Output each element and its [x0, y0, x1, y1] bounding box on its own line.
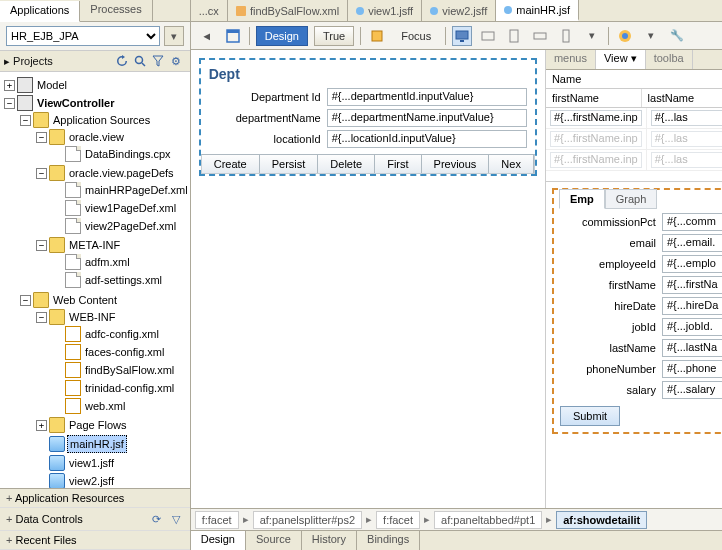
- tree-node-wi2[interactable]: faces-config.xml: [83, 344, 166, 360]
- collapse-toggle[interactable]: −: [20, 115, 31, 126]
- tree-node-adfm[interactable]: adfm.xml: [83, 254, 132, 270]
- tree-node-model[interactable]: Model: [35, 77, 69, 93]
- tree-node-wi1[interactable]: adfc-config.xml: [83, 326, 161, 342]
- tree-node-pd3[interactable]: view2PageDef.xml: [83, 218, 178, 234]
- focus-prefix-icon[interactable]: [367, 26, 387, 46]
- tree-node-ov[interactable]: oracle.view: [67, 129, 126, 145]
- breadcrumb-item[interactable]: af:showdetailit: [556, 511, 647, 529]
- emp-lastName-input[interactable]: #{...lastNa: [662, 339, 722, 357]
- tab-applications[interactable]: Applications: [0, 1, 80, 22]
- editor-tab-view2[interactable]: view2.jsff: [422, 0, 496, 21]
- collapse-toggle[interactable]: −: [36, 240, 47, 251]
- app-menu-button[interactable]: ▾: [164, 26, 184, 46]
- tree-node-webinf[interactable]: WEB-INF: [67, 309, 117, 325]
- device-dropdown-icon[interactable]: ▾: [582, 26, 602, 46]
- show-icon[interactable]: [223, 26, 243, 46]
- collapse-toggle[interactable]: −: [36, 312, 47, 323]
- browser-dropdown-icon[interactable]: ▾: [641, 26, 661, 46]
- tree-node-view2[interactable]: view2.jsff: [67, 473, 116, 488]
- collapse-toggle[interactable]: −: [4, 98, 15, 109]
- table-row[interactable]: #{...firstName.inp #{...las: [546, 150, 722, 171]
- breadcrumb-item[interactable]: f:facet: [195, 511, 239, 529]
- location-id-input[interactable]: #{...locationId.inputValue}: [327, 130, 527, 148]
- device-phone-portrait-icon[interactable]: [556, 26, 576, 46]
- accordion-app-resources[interactable]: Application Resources: [0, 489, 190, 508]
- expand-toggle[interactable]: +: [36, 420, 47, 431]
- persist-button[interactable]: Persist: [260, 155, 319, 173]
- editor-tab-findbysalflow[interactable]: findBySalFlow.xml: [228, 0, 348, 21]
- palette-tab-toolbar[interactable]: toolba: [646, 50, 693, 69]
- application-selector[interactable]: HR_EJB_JPA: [6, 26, 160, 46]
- editor-tab-view1[interactable]: view1.jsff: [348, 0, 422, 21]
- palette-tab-menus[interactable]: menus: [546, 50, 596, 69]
- emp-commissionPct-input[interactable]: #{...comm: [662, 213, 722, 231]
- mode-tab-history[interactable]: History: [302, 531, 357, 550]
- refresh-icon[interactable]: ⟳: [149, 511, 165, 527]
- focus-button[interactable]: Focus: [393, 26, 439, 46]
- mode-tab-bindings[interactable]: Bindings: [357, 531, 420, 550]
- tree-node-wi5[interactable]: web.xml: [83, 398, 127, 414]
- tree-node-wi3[interactable]: findBySalFlow.xml: [83, 362, 176, 378]
- breadcrumb-item[interactable]: af:panelsplitter#ps2: [253, 511, 362, 529]
- emp-tab-graph[interactable]: Graph: [605, 189, 658, 209]
- collapse-toggle[interactable]: −: [20, 295, 31, 306]
- editor-tab-cx[interactable]: ...cx: [191, 0, 228, 21]
- refresh-icon[interactable]: [114, 53, 130, 69]
- emp-hireDate-input[interactable]: #{...hireDa: [662, 297, 722, 315]
- emp-phoneNumber-input[interactable]: #{...phone: [662, 360, 722, 378]
- tree-node-mainhr[interactable]: mainHR.jsf: [67, 435, 127, 453]
- tree-node-ovpd[interactable]: oracle.view.pageDefs: [67, 165, 176, 181]
- mode-tab-design[interactable]: Design: [191, 531, 246, 550]
- next-button[interactable]: Nex: [489, 155, 534, 173]
- device-desktop-icon[interactable]: [452, 26, 472, 46]
- device-tablet-landscape-icon[interactable]: [478, 26, 498, 46]
- tree-node-pd1[interactable]: mainHRPageDef.xml: [83, 182, 190, 198]
- tree-node-pf[interactable]: Page Flows: [67, 417, 128, 433]
- emp-jobId-input[interactable]: #{...jobId.: [662, 318, 722, 336]
- collapse-toggle[interactable]: −: [36, 132, 47, 143]
- search-icon[interactable]: [132, 53, 148, 69]
- emp-salary-input[interactable]: #{...salary: [662, 381, 722, 399]
- column-header-firstname[interactable]: firstName: [546, 89, 642, 107]
- editor-tab-mainhr[interactable]: mainHR.jsf: [496, 0, 579, 21]
- mode-tab-source[interactable]: Source: [246, 531, 302, 550]
- create-button[interactable]: Create: [202, 155, 260, 173]
- emp-email-input[interactable]: #{...email.: [662, 234, 722, 252]
- department-name-input[interactable]: #{...departmentName.inputValue}: [327, 109, 527, 127]
- delete-button[interactable]: Delete: [318, 155, 375, 173]
- tree-node-wi4[interactable]: trinidad-config.xml: [83, 380, 176, 396]
- expand-toggle[interactable]: +: [4, 80, 15, 91]
- first-button[interactable]: First: [375, 155, 421, 173]
- table-row[interactable]: #{...firstName.inp #{...las: [546, 108, 722, 129]
- accordion-recent-files[interactable]: Recent Files: [0, 531, 190, 550]
- emp-firstName-input[interactable]: #{...firstNa: [662, 276, 722, 294]
- filter-icon[interactable]: [150, 53, 166, 69]
- settings-icon[interactable]: ⚙: [168, 53, 184, 69]
- browser-icon[interactable]: [615, 26, 635, 46]
- collapse-toggle[interactable]: −: [36, 168, 47, 179]
- tree-node-wc[interactable]: Web Content: [51, 292, 119, 308]
- breadcrumb-item[interactable]: af:paneltabbed#pt1: [434, 511, 542, 529]
- emp-employeeId-input[interactable]: #{...emplo: [662, 255, 722, 273]
- tree-node-appsrc[interactable]: Application Sources: [51, 112, 152, 128]
- design-button[interactable]: Design: [256, 26, 308, 46]
- palette-tab-view[interactable]: View ▾: [596, 50, 646, 69]
- previous-button[interactable]: Previous: [422, 155, 490, 173]
- breadcrumb-item[interactable]: f:facet: [376, 511, 420, 529]
- column-header-name[interactable]: Name: [546, 70, 722, 88]
- column-header-lastname[interactable]: lastName: [642, 89, 722, 107]
- back-icon[interactable]: ◄: [197, 26, 217, 46]
- tree-node-databindings[interactable]: DataBindings.cpx: [83, 146, 173, 162]
- tree-node-meta[interactable]: META-INF: [67, 237, 122, 253]
- tree-node-viewcontroller[interactable]: ViewController: [35, 95, 116, 111]
- tree-node-view1[interactable]: view1.jsff: [67, 455, 116, 471]
- filter-icon[interactable]: ▽: [168, 511, 184, 527]
- department-id-input[interactable]: #{...departmentId.inputValue}: [327, 88, 527, 106]
- device-phone-landscape-icon[interactable]: [530, 26, 550, 46]
- device-tablet-portrait-icon[interactable]: [504, 26, 524, 46]
- wrench-icon[interactable]: 🔧: [667, 26, 687, 46]
- accordion-data-controls[interactable]: Data Controls ⟳ ▽: [0, 508, 190, 531]
- submit-button[interactable]: Submit: [560, 406, 620, 426]
- table-row[interactable]: #{...firstName.inp #{...las: [546, 129, 722, 150]
- true-button[interactable]: True: [314, 26, 354, 46]
